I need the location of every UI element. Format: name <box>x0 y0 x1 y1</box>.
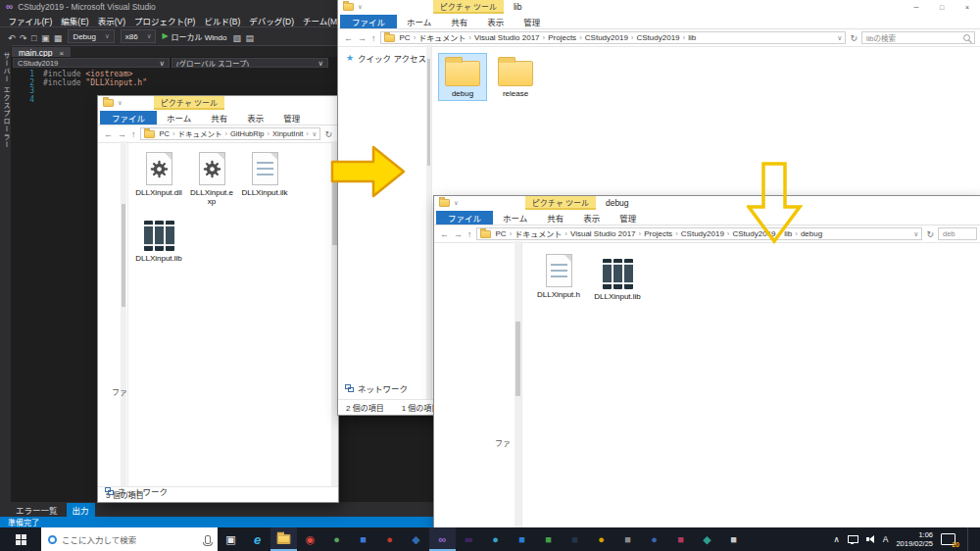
ime-indicator[interactable]: A <box>883 534 889 544</box>
panel-tab[interactable]: エラー一覧 <box>10 503 64 517</box>
explorer-titlebar[interactable]: ∨ ピクチャ ツール debug <box>434 196 980 210</box>
back-button[interactable]: ← <box>103 129 114 139</box>
ribbon-tab-1[interactable]: ホーム <box>493 211 537 225</box>
ribbon-tab-0[interactable]: ファイル <box>436 211 493 225</box>
tray-expand-icon[interactable]: ∧ <box>834 534 840 544</box>
forward-button[interactable]: → <box>357 33 368 43</box>
quick-access-toolbar-icon[interactable]: ∨ <box>358 3 363 11</box>
address-dropdown-icon[interactable]: ∨ <box>837 34 842 42</box>
breadcrumb-item[interactable]: PC <box>494 229 509 238</box>
app-icon-19[interactable]: ◆ <box>694 527 720 551</box>
back-button[interactable]: ← <box>439 229 450 239</box>
visual-studio-icon[interactable]: ∞ <box>429 527 456 551</box>
menu-item[interactable]: ビルド(B) <box>200 15 245 26</box>
minimize-button[interactable]: ─ <box>904 0 929 14</box>
app-icon-12[interactable]: ■ <box>509 527 535 551</box>
chrome-icon[interactable]: ◉ <box>297 527 323 551</box>
ribbon-tab-1[interactable]: ホーム <box>397 15 441 28</box>
network-item[interactable]: ネットワーク <box>105 485 168 497</box>
app-icon-14[interactable]: ■ <box>562 527 588 551</box>
app-icon-8[interactable]: ◆ <box>403 527 429 551</box>
address-bar[interactable]: PC›ドキュメント›GitHubRip›XinputInit›DLLXinput… <box>140 127 321 140</box>
app-icon-11[interactable]: ● <box>482 527 509 551</box>
solution-configuration-dropdown[interactable]: Debug∨ <box>68 29 114 43</box>
breadcrumb-item[interactable]: GitHubRip <box>228 129 267 138</box>
file-item[interactable]: DLLXinput.exp <box>187 149 236 209</box>
menu-item[interactable]: 表示(V) <box>93 15 129 26</box>
nav-scrollbar[interactable] <box>121 141 126 487</box>
nav-item-partial[interactable]: ファ <box>495 437 511 448</box>
explorer-titlebar[interactable]: ∨ ピクチャ ツール <box>98 96 338 110</box>
address-dropdown-icon[interactable]: ∨ <box>312 130 317 138</box>
quick-access-toolbar-icon[interactable]: ∨ <box>454 199 459 207</box>
app-icon-15[interactable]: ● <box>588 527 614 551</box>
start-debugging-button[interactable]: ▶ ローカル Windo <box>162 31 226 42</box>
ribbon-tab-4[interactable]: 管理 <box>610 211 646 225</box>
new-file-icon[interactable]: □ <box>31 33 36 43</box>
save-icon[interactable]: ▣ <box>41 33 50 43</box>
ribbon-tab-4[interactable]: 管理 <box>273 111 310 125</box>
navigate-back-icon[interactable]: ↶ <box>8 33 16 43</box>
forward-button[interactable]: → <box>453 229 464 239</box>
maximize-button[interactable]: □ <box>929 0 955 14</box>
type-dropdown[interactable]: CStudy2019∨ <box>13 58 170 68</box>
refresh-button[interactable]: ↻ <box>925 229 935 239</box>
network-item[interactable]: ネットワーク <box>345 382 408 394</box>
ribbon-tab-2[interactable]: 共有 <box>201 111 237 125</box>
app-icon-20[interactable]: ■ <box>720 527 747 551</box>
panel-tab[interactable]: 出力 <box>67 503 95 517</box>
ribbon-tab-0[interactable]: ファイル <box>340 15 397 28</box>
breadcrumb-item[interactable]: CStudy2019 <box>635 33 682 42</box>
taskbar-clock[interactable]: 1:06 2019/02/25 <box>896 530 933 549</box>
picture-tools-badge[interactable]: ピクチャ ツール <box>433 0 504 14</box>
search-box[interactable]: deb <box>938 227 977 240</box>
show-desktop-button[interactable] <box>967 527 972 551</box>
back-button[interactable]: ← <box>343 33 354 43</box>
nav-item-partial[interactable]: ファ <box>112 386 127 397</box>
breadcrumb-item[interactable]: Visual Studio 2017 <box>472 33 542 42</box>
menu-item[interactable]: 編集(E) <box>57 15 93 26</box>
explorer-titlebar[interactable]: ∨ ピクチャ ツール lib ─ □ × <box>338 0 980 14</box>
quick-access-item[interactable]: ★ クイック アクセス <box>338 45 431 64</box>
breadcrumb-item[interactable]: lib <box>686 33 698 42</box>
menu-item[interactable]: ファイル(F) <box>4 15 57 26</box>
edge-icon[interactable]: e <box>244 527 270 551</box>
app-icon-13[interactable]: ■ <box>535 527 562 551</box>
ribbon-tab-3[interactable]: 表示 <box>477 15 514 28</box>
breadcrumb-item[interactable]: CStudy2019 <box>679 229 726 238</box>
up-button[interactable]: ↑ <box>370 33 377 43</box>
address-dropdown-icon[interactable]: ∨ <box>913 230 918 238</box>
file-item[interactable]: DLLXinput.ilk <box>240 149 289 200</box>
ribbon-tab-3[interactable]: 表示 <box>237 111 273 125</box>
address-bar[interactable]: PC›ドキュメント›Visual Studio 2017›Projects›CS… <box>476 227 923 240</box>
refresh-button[interactable]: ↻ <box>849 33 858 43</box>
nav-scrollbar[interactable] <box>426 45 431 399</box>
ribbon-tab-2[interactable]: 共有 <box>537 211 573 225</box>
breadcrumb-item[interactable]: CStudy2019 <box>583 33 630 42</box>
picture-tools-badge[interactable]: ピクチャ ツール <box>525 196 596 210</box>
up-button[interactable]: ↑ <box>130 129 137 139</box>
file-item[interactable]: DLLXinput.lib <box>593 251 642 304</box>
ribbon-tab-3[interactable]: 表示 <box>573 211 610 225</box>
menu-item[interactable]: デバッグ(D) <box>245 15 299 26</box>
address-bar[interactable]: PC›ドキュメント›Visual Studio 2017›Projects›CS… <box>380 31 847 44</box>
breadcrumb-item[interactable]: PC <box>398 33 413 42</box>
app-icon-7[interactable]: ● <box>376 527 403 551</box>
file-explorer-icon[interactable] <box>270 527 297 551</box>
breadcrumb-item[interactable]: ドキュメント <box>175 128 223 139</box>
breadcrumb-item[interactable]: Visual Studio 2017 <box>568 229 638 238</box>
breadcrumb-item[interactable]: ドキュメント <box>416 32 467 43</box>
save-all-icon[interactable]: ▦ <box>54 33 63 43</box>
ribbon-tab-2[interactable]: 共有 <box>441 15 477 28</box>
file-item[interactable]: debug <box>438 53 487 101</box>
quick-access-toolbar-icon[interactable]: ∨ <box>118 99 122 107</box>
action-center-button[interactable]: 20 <box>941 533 956 545</box>
app-icon-17[interactable]: ● <box>641 527 667 551</box>
start-button[interactable] <box>0 527 41 551</box>
search-box[interactable]: libの検索 <box>861 31 975 44</box>
taskbar-search[interactable]: ここに入力して検索 <box>41 527 218 551</box>
breadcrumb-item[interactable]: ドキュメント <box>513 228 564 239</box>
app-icon-5[interactable]: ● <box>323 527 350 551</box>
server-explorer-vertical-tab[interactable]: サーバー エクスプローラー <box>0 44 11 502</box>
app-icon-18[interactable]: ■ <box>667 527 694 551</box>
